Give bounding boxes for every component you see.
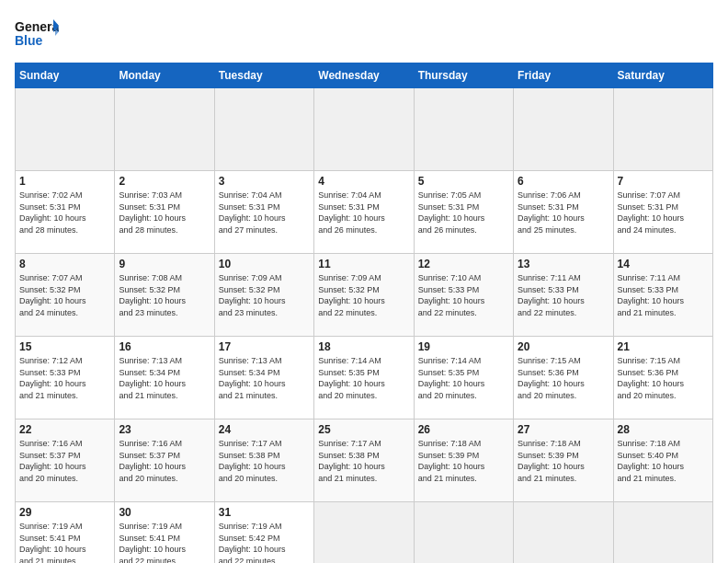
calendar-cell — [414, 88, 513, 171]
calendar-cell: 5Sunrise: 7:05 AM Sunset: 5:31 PM Daylig… — [414, 171, 513, 254]
day-number: 21 — [618, 340, 709, 353]
day-info: Sunrise: 7:04 AM Sunset: 5:31 PM Dayligh… — [219, 190, 310, 236]
day-info: Sunrise: 7:13 AM Sunset: 5:34 PM Dayligh… — [219, 355, 310, 401]
calendar-cell: 29Sunrise: 7:19 AM Sunset: 5:41 PM Dayli… — [16, 502, 115, 564]
calendar-cell — [115, 88, 214, 171]
logo: General Blue — [15, 15, 59, 52]
calendar-week-row — [16, 88, 713, 171]
day-header-sunday: Sunday — [16, 63, 115, 88]
day-header-monday: Monday — [115, 63, 214, 88]
calendar-cell: 24Sunrise: 7:17 AM Sunset: 5:38 PM Dayli… — [214, 419, 313, 502]
calendar-cell: 20Sunrise: 7:15 AM Sunset: 5:36 PM Dayli… — [514, 337, 613, 419]
day-info: Sunrise: 7:11 AM Sunset: 5:33 PM Dayligh… — [618, 272, 709, 318]
day-number: 10 — [219, 258, 310, 270]
day-info: Sunrise: 7:03 AM Sunset: 5:31 PM Dayligh… — [119, 190, 210, 236]
calendar-cell: 2Sunrise: 7:03 AM Sunset: 5:31 PM Daylig… — [115, 171, 214, 254]
day-number: 25 — [318, 423, 409, 436]
calendar-cell: 18Sunrise: 7:14 AM Sunset: 5:35 PM Dayli… — [314, 337, 414, 419]
day-number: 1 — [19, 175, 110, 188]
day-header-thursday: Thursday — [414, 63, 513, 88]
calendar-cell: 13Sunrise: 7:11 AM Sunset: 5:33 PM Dayli… — [514, 254, 613, 337]
day-info: Sunrise: 7:19 AM Sunset: 5:41 PM Dayligh… — [119, 521, 210, 563]
calendar-cell: 21Sunrise: 7:15 AM Sunset: 5:36 PM Dayli… — [613, 337, 712, 419]
day-number: 31 — [219, 506, 310, 519]
calendar-week-row: 1Sunrise: 7:02 AM Sunset: 5:31 PM Daylig… — [16, 171, 713, 254]
day-info: Sunrise: 7:19 AM Sunset: 5:42 PM Dayligh… — [219, 521, 310, 563]
svg-text:General: General — [15, 19, 59, 34]
calendar-cell — [514, 502, 613, 564]
day-info: Sunrise: 7:15 AM Sunset: 5:36 PM Dayligh… — [618, 355, 709, 401]
day-number: 18 — [318, 340, 409, 353]
calendar-cell: 27Sunrise: 7:18 AM Sunset: 5:39 PM Dayli… — [514, 419, 613, 502]
page-header: General Blue — [15, 15, 713, 52]
day-info: Sunrise: 7:19 AM Sunset: 5:41 PM Dayligh… — [19, 521, 110, 563]
day-number: 29 — [19, 506, 110, 519]
day-number: 6 — [518, 175, 609, 188]
day-number: 23 — [119, 423, 210, 436]
day-info: Sunrise: 7:18 AM Sunset: 5:39 PM Dayligh… — [418, 438, 509, 484]
calendar-week-row: 29Sunrise: 7:19 AM Sunset: 5:41 PM Dayli… — [16, 502, 713, 564]
calendar-cell: 10Sunrise: 7:09 AM Sunset: 5:32 PM Dayli… — [214, 254, 313, 337]
day-number: 19 — [418, 340, 509, 353]
day-info: Sunrise: 7:14 AM Sunset: 5:35 PM Dayligh… — [318, 355, 409, 401]
day-info: Sunrise: 7:10 AM Sunset: 5:33 PM Dayligh… — [418, 272, 509, 318]
day-number: 4 — [318, 175, 409, 188]
calendar-cell: 16Sunrise: 7:13 AM Sunset: 5:34 PM Dayli… — [115, 337, 214, 419]
calendar-cell: 25Sunrise: 7:17 AM Sunset: 5:38 PM Dayli… — [314, 419, 414, 502]
calendar-table: SundayMondayTuesdayWednesdayThursdayFrid… — [15, 63, 713, 563]
day-number: 30 — [119, 506, 210, 519]
day-number: 15 — [19, 340, 110, 353]
day-info: Sunrise: 7:12 AM Sunset: 5:33 PM Dayligh… — [19, 355, 110, 401]
calendar-cell: 4Sunrise: 7:04 AM Sunset: 5:31 PM Daylig… — [314, 171, 414, 254]
day-number: 12 — [418, 258, 509, 270]
calendar-week-row: 15Sunrise: 7:12 AM Sunset: 5:33 PM Dayli… — [16, 337, 713, 419]
day-info: Sunrise: 7:05 AM Sunset: 5:31 PM Dayligh… — [418, 190, 509, 236]
day-header-friday: Friday — [514, 63, 613, 88]
calendar-cell: 22Sunrise: 7:16 AM Sunset: 5:37 PM Dayli… — [16, 419, 115, 502]
calendar-cell — [214, 88, 313, 171]
calendar-cell: 14Sunrise: 7:11 AM Sunset: 5:33 PM Dayli… — [613, 254, 712, 337]
calendar-cell: 8Sunrise: 7:07 AM Sunset: 5:32 PM Daylig… — [16, 254, 115, 337]
calendar-cell — [514, 88, 613, 171]
day-header-wednesday: Wednesday — [314, 63, 414, 88]
calendar-cell: 31Sunrise: 7:19 AM Sunset: 5:42 PM Dayli… — [214, 502, 313, 564]
day-number: 24 — [219, 423, 310, 436]
day-info: Sunrise: 7:08 AM Sunset: 5:32 PM Dayligh… — [119, 272, 210, 318]
day-number: 7 — [618, 175, 709, 188]
day-info: Sunrise: 7:18 AM Sunset: 5:40 PM Dayligh… — [618, 438, 709, 484]
calendar-cell: 6Sunrise: 7:06 AM Sunset: 5:31 PM Daylig… — [514, 171, 613, 254]
day-number: 16 — [119, 340, 210, 353]
day-info: Sunrise: 7:15 AM Sunset: 5:36 PM Dayligh… — [518, 355, 609, 401]
day-number: 27 — [518, 423, 609, 436]
day-info: Sunrise: 7:09 AM Sunset: 5:32 PM Dayligh… — [219, 272, 310, 318]
day-info: Sunrise: 7:06 AM Sunset: 5:31 PM Dayligh… — [518, 190, 609, 236]
calendar-cell: 17Sunrise: 7:13 AM Sunset: 5:34 PM Dayli… — [214, 337, 313, 419]
day-number: 2 — [119, 175, 210, 188]
day-header-tuesday: Tuesday — [214, 63, 313, 88]
calendar-cell: 28Sunrise: 7:18 AM Sunset: 5:40 PM Dayli… — [613, 419, 712, 502]
day-number: 28 — [618, 423, 709, 436]
day-info: Sunrise: 7:17 AM Sunset: 5:38 PM Dayligh… — [318, 438, 409, 484]
calendar-cell: 19Sunrise: 7:14 AM Sunset: 5:35 PM Dayli… — [414, 337, 513, 419]
day-number: 5 — [418, 175, 509, 188]
calendar-cell: 23Sunrise: 7:16 AM Sunset: 5:37 PM Dayli… — [115, 419, 214, 502]
day-number: 11 — [318, 258, 409, 270]
calendar-cell — [613, 502, 712, 564]
day-info: Sunrise: 7:18 AM Sunset: 5:39 PM Dayligh… — [518, 438, 609, 484]
day-number: 8 — [19, 258, 110, 270]
day-info: Sunrise: 7:11 AM Sunset: 5:33 PM Dayligh… — [518, 272, 609, 318]
calendar-cell — [16, 88, 115, 171]
calendar-week-row: 22Sunrise: 7:16 AM Sunset: 5:37 PM Dayli… — [16, 419, 713, 502]
day-number: 3 — [219, 175, 310, 188]
calendar-cell: 1Sunrise: 7:02 AM Sunset: 5:31 PM Daylig… — [16, 171, 115, 254]
day-number: 14 — [618, 258, 709, 270]
day-number: 9 — [119, 258, 210, 270]
calendar-cell: 12Sunrise: 7:10 AM Sunset: 5:33 PM Dayli… — [414, 254, 513, 337]
day-number: 22 — [19, 423, 110, 436]
day-number: 13 — [518, 258, 609, 270]
day-info: Sunrise: 7:07 AM Sunset: 5:31 PM Dayligh… — [618, 190, 709, 236]
calendar-cell: 9Sunrise: 7:08 AM Sunset: 5:32 PM Daylig… — [115, 254, 214, 337]
calendar-cell: 26Sunrise: 7:18 AM Sunset: 5:39 PM Dayli… — [414, 419, 513, 502]
calendar-header-row: SundayMondayTuesdayWednesdayThursdayFrid… — [16, 63, 713, 88]
day-header-saturday: Saturday — [613, 63, 712, 88]
